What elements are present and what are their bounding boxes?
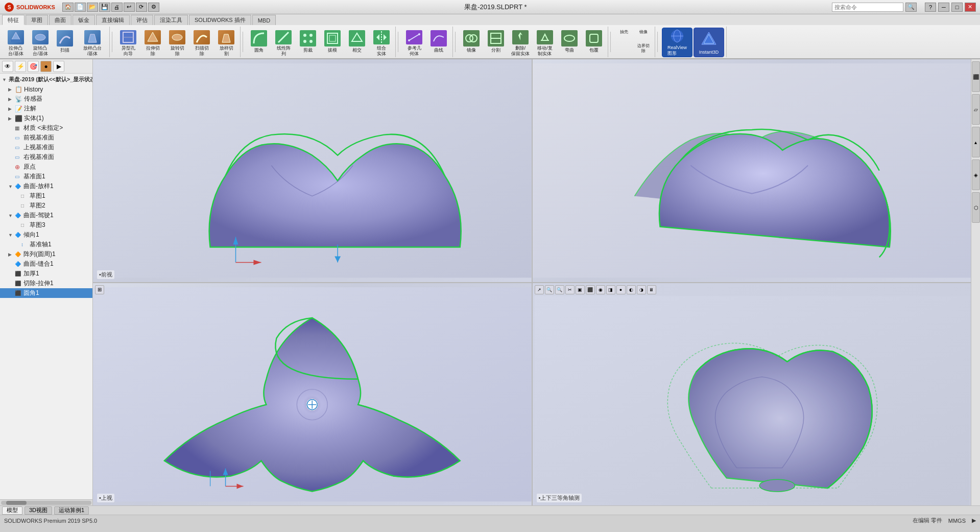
weld-btn[interactable]: 移动/复制实体 bbox=[533, 29, 557, 57]
tab-direct-edit[interactable]: 直接编辑 bbox=[96, 15, 130, 25]
chamfer-btn[interactable]: 线性阵列 bbox=[272, 29, 295, 57]
fillet-btn[interactable]: 圆角 bbox=[247, 29, 271, 57]
tree-fillet[interactable]: ▶ ⬛ 圆角1 bbox=[0, 288, 92, 298]
help-btn[interactable]: ? bbox=[925, 3, 936, 12]
viewport-iso[interactable]: ↗ 🔍 🔍 ✂ ▣ ⬛ ◉ ◨ ● ◐ ◑ 🖥 bbox=[533, 283, 971, 506]
surface-btn[interactable]: 弯曲 bbox=[558, 29, 581, 57]
extrude-body-btn[interactable]: 抽壳 bbox=[615, 28, 633, 41]
tree-right-plane[interactable]: ▶ ▭ 右视基准面 bbox=[0, 152, 92, 162]
loft-surface-expand-icon[interactable]: ▼ bbox=[8, 184, 13, 189]
annotation-expand-icon[interactable]: ▶ bbox=[8, 106, 13, 111]
search-button[interactable]: 🔍 bbox=[905, 3, 917, 12]
sidebar-scrollbar[interactable] bbox=[0, 499, 92, 505]
tab-motion[interactable]: 运动算例1 bbox=[54, 506, 89, 515]
iso-tool-9[interactable]: ● bbox=[616, 285, 626, 294]
extrude-cut-btn[interactable]: 拉伸切除 bbox=[141, 29, 164, 57]
right-panel-btn-5[interactable]: ⬡ bbox=[972, 192, 980, 223]
tree-top-plane[interactable]: ▶ ▭ 上视基准面 bbox=[0, 143, 92, 152]
tree-thicken[interactable]: ▶ ⬛ 加厚1 bbox=[0, 269, 92, 279]
revolve-cut-btn[interactable]: 旋转切除 bbox=[165, 29, 189, 57]
boundary-boss-btn[interactable]: 异型孔向导 bbox=[116, 29, 140, 57]
minimize-btn[interactable]: ─ bbox=[938, 3, 949, 12]
tab-sheetmetal[interactable]: 钣金 bbox=[73, 15, 95, 25]
boundary-cut-btn[interactable]: 边界切除 bbox=[634, 42, 653, 55]
tree-sweep-surface[interactable]: ▼ 🔷 曲面-驾驶1 bbox=[0, 211, 92, 220]
sidebar-color-btn[interactable]: ● bbox=[40, 61, 52, 72]
tree-root[interactable]: ▼ 果盘-2019 (默认<<默认>_显示状态 bbox=[0, 75, 92, 84]
sidebar-eye-btn[interactable]: 👁 bbox=[2, 61, 13, 72]
tree-knit[interactable]: ▶ 🔷 曲面-缝合1 bbox=[0, 259, 92, 269]
rebuild-btn[interactable]: ⟳ bbox=[136, 3, 147, 12]
viewport-right[interactable] bbox=[533, 59, 971, 282]
mirror-btn[interactable]: 组合实体 bbox=[370, 29, 393, 57]
pattern-expand-icon[interactable]: ▶ bbox=[8, 252, 13, 257]
iso-tool-1[interactable]: ↗ bbox=[535, 285, 544, 294]
curve-btn[interactable]: 曲线 bbox=[427, 29, 450, 57]
tree-front-plane[interactable]: ▶ ▭ 前视基准面 bbox=[0, 133, 92, 143]
scroll-thumb[interactable] bbox=[6, 501, 27, 505]
undo-btn[interactable]: ↩ bbox=[124, 3, 135, 12]
shell-btn[interactable]: 拔模 bbox=[321, 29, 344, 57]
tab-3d-view[interactable]: 3D视图 bbox=[25, 506, 52, 515]
viewport-front[interactable]: •前视 bbox=[93, 59, 532, 282]
sweep-cut-btn[interactable]: 扫描切除 bbox=[190, 29, 213, 57]
tab-sketch[interactable]: 草图 bbox=[26, 15, 48, 25]
restore-btn[interactable]: □ bbox=[951, 3, 963, 12]
wrap-btn[interactable]: 包覆 bbox=[582, 29, 606, 57]
sensor-expand-icon[interactable]: ▶ bbox=[8, 97, 13, 102]
loft-cut-btn[interactable]: 放样切割 bbox=[214, 29, 238, 57]
iso-tool-2[interactable]: 🔍 bbox=[545, 285, 554, 294]
ribs-btn[interactable]: 镜像 bbox=[634, 28, 653, 41]
right-panel-btn-4[interactable]: ◈ bbox=[972, 159, 980, 190]
tree-origin[interactable]: ▶ ⊕ 原点 bbox=[0, 162, 92, 172]
open-btn[interactable]: 📂 bbox=[87, 3, 98, 12]
tree-sketch1[interactable]: ▶ □ 草图1 bbox=[0, 191, 92, 201]
iso-tool-8[interactable]: ◨ bbox=[606, 285, 615, 294]
sidebar-gear-btn[interactable]: 🎯 bbox=[28, 61, 39, 72]
print-btn[interactable]: 🖨 bbox=[111, 3, 123, 12]
options-btn[interactable]: ⚙ bbox=[148, 3, 159, 12]
history-expand-icon[interactable]: ▶ bbox=[8, 87, 13, 92]
home-btn[interactable]: 🏠 bbox=[62, 3, 74, 12]
rib-btn[interactable]: 相交 bbox=[345, 29, 369, 57]
tab-surface[interactable]: 曲面 bbox=[49, 15, 71, 25]
right-panel-btn-2[interactable]: ▱ bbox=[972, 94, 980, 125]
tree-sketch2[interactable]: ▶ □ 草图2 bbox=[0, 201, 92, 211]
extrude-boss-btn[interactable]: 拉伸凸台/基体 bbox=[4, 29, 28, 57]
pattern-btn[interactable]: 剪裁 bbox=[296, 29, 320, 57]
iso-tool-5[interactable]: ▣ bbox=[576, 285, 585, 294]
sidebar-filter-btn[interactable]: ⚡ bbox=[15, 61, 26, 72]
tree-pattern[interactable]: ▶ 🔶 阵列(圆周)1 bbox=[0, 249, 92, 259]
tab-render[interactable]: 渲染工具 bbox=[154, 15, 188, 25]
viewport-top[interactable]: ⊞ bbox=[93, 283, 532, 506]
save-btn[interactable]: 💾 bbox=[99, 3, 110, 12]
iso-tool-6[interactable]: ⬛ bbox=[586, 285, 595, 294]
vp-menu-btn[interactable]: ⊞ bbox=[95, 285, 104, 294]
intersect-btn[interactable]: 镜像 bbox=[460, 29, 483, 57]
tab-mbd[interactable]: MBD bbox=[252, 15, 276, 25]
draft-expand-icon[interactable]: ▼ bbox=[8, 233, 13, 238]
tree-annotation[interactable]: ▶ 📝 注解 bbox=[0, 104, 92, 113]
close-btn[interactable]: ✕ bbox=[965, 3, 976, 12]
sidebar-expand-btn[interactable]: ▶ bbox=[53, 61, 64, 72]
root-expand-icon[interactable]: ▼ bbox=[2, 77, 7, 82]
tree-loft-surface[interactable]: ▼ 🔷 曲面-放样1 bbox=[0, 181, 92, 191]
tree-sensor[interactable]: ▶ 📡 传感器 bbox=[0, 94, 92, 104]
new-btn[interactable]: 📄 bbox=[75, 3, 86, 12]
tab-model[interactable]: 模型 bbox=[2, 506, 22, 515]
move-btn[interactable]: 删除/保留实体 bbox=[509, 29, 532, 57]
tree-ref-plane[interactable]: ▶ ▭ 基准面1 bbox=[0, 172, 92, 181]
iso-tool-3[interactable]: 🔍 bbox=[555, 285, 564, 294]
tab-evaluate[interactable]: 评估 bbox=[131, 15, 153, 25]
sweep-boss-btn[interactable]: 扫描 bbox=[53, 29, 77, 57]
tree-material[interactable]: ▶ ▦ 材质 <未指定> bbox=[0, 123, 92, 133]
tree-history[interactable]: ▶ 📋 History bbox=[0, 84, 92, 94]
realview-btn[interactable]: RealView图形 bbox=[662, 28, 692, 57]
solid-expand-icon[interactable]: ▶ bbox=[8, 116, 13, 121]
iso-tool-10[interactable]: ◐ bbox=[627, 285, 636, 294]
tree-extrude-cut[interactable]: ▶ ⬛ 切除-拉伸1 bbox=[0, 279, 92, 288]
iso-tool-7[interactable]: ◉ bbox=[596, 285, 605, 294]
revolve-boss-btn[interactable]: 旋转凸台/基体 bbox=[29, 29, 52, 57]
rebuild-indicator[interactable]: ▶ bbox=[972, 517, 976, 524]
sweep-surface-expand-icon[interactable]: ▼ bbox=[8, 213, 13, 218]
